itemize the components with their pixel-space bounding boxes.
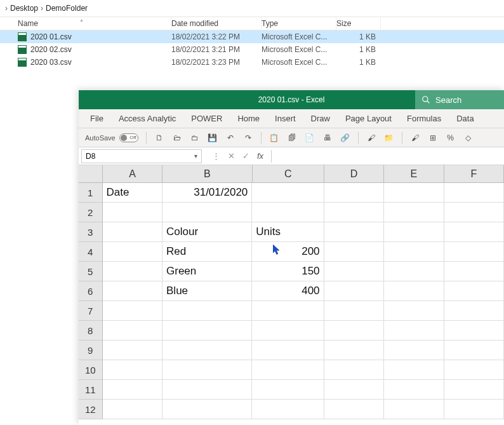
cell[interactable] — [444, 301, 504, 321]
col-header-a[interactable]: A — [103, 165, 162, 183]
col-type[interactable]: Type — [262, 17, 336, 30]
row-header[interactable]: 3 — [79, 222, 103, 242]
cell[interactable] — [103, 242, 162, 262]
col-header-f[interactable]: F — [444, 165, 504, 183]
col-date[interactable]: Date modified — [171, 17, 262, 30]
copy-icon[interactable]: 🗐 — [287, 133, 297, 143]
cell[interactable] — [384, 183, 444, 203]
row-header[interactable]: 10 — [79, 360, 103, 380]
cell[interactable] — [324, 341, 384, 360]
cell[interactable] — [384, 242, 444, 262]
cell-c5[interactable]: 150 — [252, 262, 324, 281]
file-row[interactable]: 2020 03.csv 18/02/2021 3:23 PM Microsoft… — [0, 56, 504, 69]
cell-b5[interactable]: Green — [162, 262, 252, 281]
paste-icon[interactable]: 📋 — [269, 133, 279, 143]
breadcrumb-desktop[interactable]: Desktop — [9, 4, 39, 13]
row-header[interactable]: 12 — [79, 400, 103, 419]
cell[interactable] — [252, 183, 324, 203]
cell[interactable] — [444, 321, 504, 341]
cell[interactable] — [324, 400, 384, 419]
cell[interactable] — [103, 222, 162, 242]
row-header[interactable]: 9 — [79, 341, 103, 360]
clipboard-icon[interactable]: 📄 — [305, 133, 315, 143]
cell[interactable] — [384, 281, 444, 301]
new-file-icon[interactable]: 🗋 — [154, 133, 164, 143]
cell-a1[interactable]: Date — [103, 183, 162, 203]
cell[interactable] — [444, 203, 504, 222]
percent-icon[interactable]: % — [446, 133, 456, 143]
row-header[interactable]: 11 — [79, 380, 103, 400]
cancel-icon[interactable]: ✕ — [228, 151, 235, 161]
file-row[interactable]: 2020 01.csv 18/02/2021 3:22 PM Microsoft… — [0, 30, 504, 43]
col-header-b[interactable]: B — [162, 165, 253, 183]
cell[interactable] — [384, 380, 444, 400]
cell[interactable] — [444, 262, 504, 281]
cell[interactable] — [384, 301, 444, 321]
cell[interactable] — [103, 203, 162, 222]
search-box[interactable]: Search — [415, 90, 504, 109]
tab-home[interactable]: Home — [237, 114, 260, 123]
cell-b3[interactable]: Colour — [162, 222, 252, 242]
col-header-e[interactable]: E — [384, 165, 444, 183]
cell[interactable] — [252, 360, 324, 380]
open-folder-icon[interactable]: 🗁 — [172, 133, 182, 143]
redo-icon[interactable]: ↷ — [243, 133, 253, 143]
cell-b1[interactable]: 31/01/2020 — [162, 183, 252, 203]
row-header[interactable]: 8 — [79, 321, 103, 341]
spreadsheet-grid[interactable]: A B C D E F 1 Date 31/01/2020 2 3 Colour… — [79, 165, 504, 419]
save-icon[interactable]: 💾 — [208, 133, 218, 143]
folder-icon[interactable]: 📁 — [384, 133, 394, 143]
tab-page-layout[interactable]: Page Layout — [345, 114, 392, 123]
cell[interactable] — [103, 360, 162, 380]
col-size[interactable]: Size — [336, 17, 381, 30]
cell[interactable] — [384, 203, 444, 222]
cell[interactable] — [324, 242, 384, 262]
cell[interactable] — [384, 222, 444, 242]
cell[interactable] — [444, 222, 504, 242]
cell[interactable] — [324, 360, 384, 380]
cell[interactable] — [444, 183, 504, 203]
cell[interactable] — [252, 400, 324, 419]
cell[interactable] — [162, 380, 252, 400]
cell[interactable] — [103, 321, 162, 341]
cell[interactable] — [162, 360, 252, 380]
row-header[interactable]: 4 — [79, 242, 103, 262]
cell[interactable] — [324, 301, 384, 321]
tab-data[interactable]: Data — [456, 114, 474, 123]
formula-dots-icon[interactable]: ⋮ — [212, 151, 220, 161]
name-box[interactable]: D8 ▾ — [81, 149, 202, 163]
cell[interactable] — [324, 321, 384, 341]
paint-icon[interactable]: 🖌 — [366, 133, 376, 143]
cell[interactable] — [444, 341, 504, 360]
cell[interactable] — [444, 360, 504, 380]
cell[interactable] — [103, 400, 162, 419]
cell[interactable] — [252, 341, 324, 360]
cell[interactable] — [103, 341, 162, 360]
undo-icon[interactable]: ↶ — [225, 133, 235, 143]
cell[interactable] — [252, 301, 324, 321]
tab-insert[interactable]: Insert — [275, 114, 296, 123]
cell[interactable] — [252, 203, 324, 222]
cell[interactable] — [103, 281, 162, 301]
cell[interactable] — [324, 222, 384, 242]
fx-icon[interactable]: fx — [257, 151, 263, 161]
file-row[interactable]: 2020 02.csv 18/02/2021 3:21 PM Microsoft… — [0, 43, 504, 56]
tab-draw[interactable]: Draw — [311, 114, 330, 123]
cell[interactable] — [384, 341, 444, 360]
open-icon[interactable]: 🗀 — [190, 133, 200, 143]
cell[interactable] — [384, 262, 444, 281]
cell[interactable] — [162, 301, 252, 321]
cell[interactable] — [444, 242, 504, 262]
cell[interactable] — [444, 400, 504, 419]
cell[interactable] — [444, 380, 504, 400]
tab-formulas[interactable]: Formulas — [407, 114, 441, 123]
col-header-c[interactable]: C — [253, 165, 324, 183]
cell[interactable] — [162, 203, 252, 222]
row-header[interactable]: 5 — [79, 262, 103, 281]
row-header[interactable]: 7 — [79, 301, 103, 321]
row-header[interactable]: 1 — [79, 183, 103, 203]
link-icon[interactable]: 🔗 — [340, 133, 350, 143]
cell[interactable] — [324, 281, 384, 301]
tab-power[interactable]: POWER — [191, 114, 222, 123]
cell[interactable] — [324, 262, 384, 281]
